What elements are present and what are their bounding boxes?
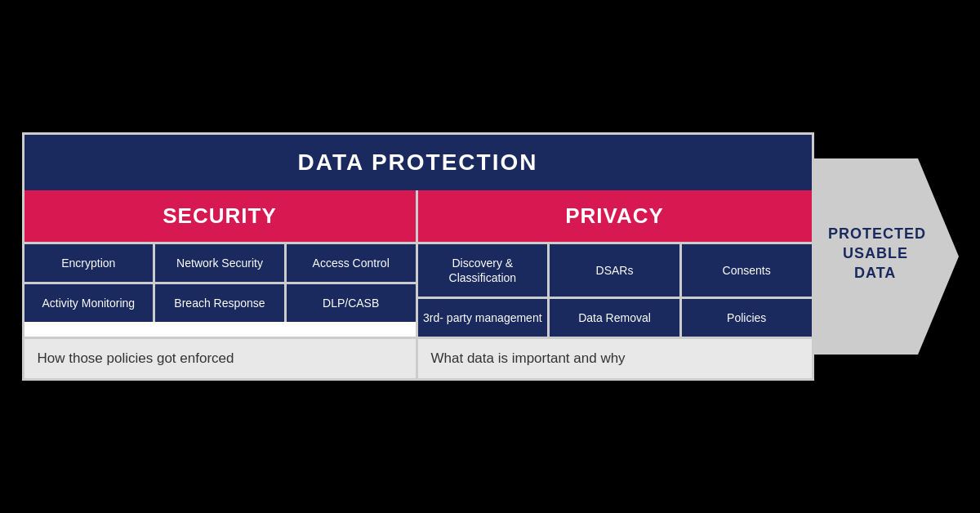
activity-monitoring-cell: Activity Monitoring bbox=[24, 284, 156, 322]
consents-cell: Consents bbox=[682, 244, 812, 297]
dlp-casb-cell: DLP/CASB bbox=[287, 284, 416, 322]
encryption-cell: Encryption bbox=[24, 244, 156, 282]
third-party-cell: 3rd- party management bbox=[418, 299, 550, 337]
main-box: DATA PROTECTION SECURITY PRIVACY Encrypt… bbox=[22, 132, 814, 381]
privacy-row-1: Discovery & Classification DSARs Consent… bbox=[418, 244, 812, 299]
privacy-header: PRIVACY bbox=[418, 190, 812, 242]
arrow-shape: PROTECTED USABLE DATA bbox=[812, 158, 959, 355]
footer-section: How those policies got enforced What dat… bbox=[24, 337, 812, 378]
outer-container: DATA PROTECTION SECURITY PRIVACY Encrypt… bbox=[22, 132, 959, 381]
dsars-cell: DSARs bbox=[550, 244, 682, 297]
security-label: SECURITY bbox=[163, 203, 276, 228]
dp-header: DATA PROTECTION bbox=[24, 135, 812, 190]
privacy-footer-text: What data is important and why bbox=[431, 350, 626, 367]
policies-cell: Policies bbox=[682, 299, 812, 337]
privacy-label: PRIVACY bbox=[565, 203, 664, 228]
privacy-grid: Discovery & Classification DSARs Consent… bbox=[418, 244, 812, 337]
security-footer: How those policies got enforced bbox=[24, 339, 418, 378]
svg-text:DATA: DATA bbox=[854, 265, 896, 281]
data-removal-cell: Data Removal bbox=[550, 299, 682, 337]
arrow-container: PROTECTED USABLE DATA bbox=[812, 158, 959, 355]
privacy-row-2: 3rd- party management Data Removal Polic… bbox=[418, 299, 812, 337]
network-security-cell: Network Security bbox=[155, 244, 287, 282]
grid-section: Encryption Network Security Access Contr… bbox=[24, 242, 812, 337]
breach-response-cell: Breach Response bbox=[155, 284, 287, 322]
dp-title: DATA PROTECTION bbox=[298, 149, 538, 175]
security-header: SECURITY bbox=[24, 190, 418, 242]
security-row-1: Encryption Network Security Access Contr… bbox=[24, 244, 416, 284]
security-grid: Encryption Network Security Access Contr… bbox=[24, 244, 418, 337]
svg-text:USABLE: USABLE bbox=[843, 245, 908, 261]
privacy-footer: What data is important and why bbox=[418, 339, 812, 378]
security-footer-text: How those policies got enforced bbox=[38, 350, 234, 367]
security-row-2: Activity Monitoring Breach Response DLP/… bbox=[24, 284, 416, 322]
discovery-classification-cell: Discovery & Classification bbox=[418, 244, 550, 297]
category-row: SECURITY PRIVACY bbox=[24, 190, 812, 242]
svg-text:PROTECTED: PROTECTED bbox=[828, 225, 926, 242]
access-control-cell: Access Control bbox=[287, 244, 416, 282]
